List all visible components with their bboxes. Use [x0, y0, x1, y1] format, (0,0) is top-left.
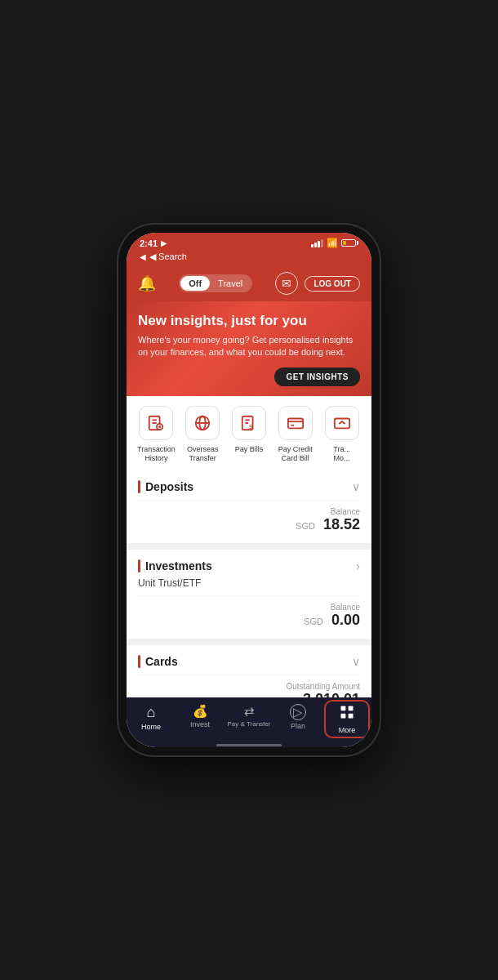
banner-subtitle: Where's your money going? Get personalis… — [138, 334, 360, 359]
banner-title: New insights, just for you — [138, 313, 360, 329]
nav-home[interactable]: ⌂ Home — [127, 702, 176, 736]
transaction-history-label: TransactionHistory — [137, 445, 176, 464]
investments-title-group: Investments — [138, 559, 212, 572]
insights-banner: New insights, just for you Where's your … — [127, 301, 371, 396]
invest-label: Invest — [190, 720, 210, 728]
plan-icon: ▷ — [290, 704, 306, 720]
deposits-section: Deposits ∨ Balance SGD 18.52 — [127, 470, 371, 543]
header-actions: ✉ LOG OUT — [275, 272, 360, 295]
cards-amount: 3,010.01 — [303, 691, 360, 697]
pay-transfer-label: Pay & Transfer — [228, 720, 271, 728]
overseas-transfer-label: OverseasTransfer — [187, 445, 219, 464]
header: 🔔 Off Travel ✉ LOG OUT — [127, 267, 371, 301]
svg-text:$: $ — [249, 423, 252, 430]
location-arrow-icon: ▶ — [161, 239, 167, 247]
investments-currency: SGD — [304, 617, 323, 626]
action-transaction-history[interactable]: TransactionHistory — [133, 406, 180, 464]
deposits-balance: Balance SGD 18.52 — [138, 500, 360, 533]
cards-title-group: Cards — [138, 655, 178, 668]
transaction-history-icon — [139, 406, 173, 440]
action-pay-bills[interactable]: $ Pay Bills — [226, 406, 273, 464]
action-overseas-transfer[interactable]: OverseasTransfer — [180, 406, 226, 464]
travel-toggle[interactable]: Off Travel — [179, 274, 252, 292]
status-bar: 2:41 ▶ 📶 — [127, 233, 371, 250]
bottom-navigation: ⌂ Home 💰 Invest ⇄ Pay & Transfer ▷ Plan — [127, 697, 371, 744]
cards-header: Cards ∨ — [138, 655, 360, 668]
overseas-transfer-icon — [185, 406, 220, 440]
cards-balance-value: SGD 3,010.01 — [138, 691, 360, 697]
main-content: Deposits ∨ Balance SGD 18.52 — [127, 470, 371, 697]
message-icon: ✉ — [282, 277, 291, 290]
get-insights-button[interactable]: GET INSIGHTS — [274, 368, 360, 386]
cards-red-bar — [138, 655, 140, 668]
home-line — [216, 744, 282, 746]
deposits-header: Deposits ∨ — [138, 480, 360, 493]
deposits-title: Deposits — [145, 480, 193, 493]
pay-bills-icon: $ — [232, 406, 266, 440]
pay-transfer-icon: ⇄ — [244, 704, 255, 719]
investments-balance-label: Balance — [138, 603, 360, 612]
toggle-travel-option[interactable]: Travel — [210, 276, 251, 291]
bell-icon[interactable]: 🔔 — [138, 274, 156, 292]
back-chevron-icon: ◀ — [140, 252, 146, 261]
investments-amount: 0.00 — [331, 612, 360, 628]
deposits-red-bar — [138, 480, 140, 493]
svg-rect-16 — [334, 418, 349, 428]
home-indicator — [127, 744, 371, 747]
svg-rect-18 — [349, 706, 353, 711]
more-icon — [339, 704, 355, 724]
logout-button[interactable]: LOG OUT — [305, 276, 360, 292]
toggle-off-option[interactable]: Off — [180, 276, 210, 291]
deposits-title-group: Deposits — [138, 480, 193, 493]
nav-more[interactable]: More — [322, 702, 371, 736]
nav-pay-transfer[interactable]: ⇄ Pay & Transfer — [225, 702, 273, 736]
deposits-chevron-icon[interactable]: ∨ — [352, 480, 360, 493]
cards-outstanding-label: Outstanding Amount — [138, 682, 360, 691]
deposits-currency: SGD — [296, 521, 315, 531]
phone-frame: 2:41 ▶ 📶 ◀ ◀ Search — [118, 225, 380, 755]
battery-icon — [341, 239, 358, 247]
investments-header: Investments › — [138, 559, 360, 572]
pay-credit-card-label: Pay CreditCard Bill — [278, 445, 313, 464]
svg-rect-13 — [288, 418, 303, 428]
investments-title: Investments — [145, 559, 212, 572]
status-time: 2:41 — [140, 238, 158, 248]
transfer-more-icon — [325, 406, 359, 440]
invest-icon: 💰 — [193, 704, 208, 719]
home-icon: ⌂ — [147, 704, 156, 721]
svg-rect-19 — [341, 714, 346, 719]
message-button[interactable]: ✉ — [275, 272, 298, 295]
home-label: Home — [141, 723, 161, 731]
cards-chevron-icon[interactable]: ∨ — [352, 655, 360, 668]
cards-section: Cards ∨ Outstanding Amount SGD 3,010.01 — [127, 645, 371, 697]
quick-actions-bar: TransactionHistory OverseasTransfer — [127, 396, 371, 470]
svg-rect-17 — [341, 706, 346, 711]
cards-balance: Outstanding Amount SGD 3,010.01 — [138, 675, 360, 697]
unit-trust-etf-item: Unit Trust/ETF — [138, 577, 360, 589]
action-transfer-more[interactable]: Tra...Mo... — [318, 406, 365, 464]
cards-title: Cards — [145, 655, 178, 668]
more-label: More — [339, 726, 356, 734]
pay-credit-card-icon — [278, 406, 313, 440]
search-bar[interactable]: ◀ ◀ Search — [127, 250, 371, 267]
phone-screen: 2:41 ▶ 📶 ◀ ◀ Search — [127, 233, 371, 747]
investments-balance-value: SGD 0.00 — [138, 612, 360, 629]
action-pay-credit-card[interactable]: Pay CreditCard Bill — [272, 406, 318, 464]
search-label: ◀ Search — [149, 252, 187, 262]
nav-plan[interactable]: ▷ Plan — [273, 702, 322, 736]
plan-label: Plan — [291, 722, 305, 730]
wifi-icon: 📶 — [327, 238, 338, 248]
svg-rect-20 — [349, 714, 353, 719]
transfer-more-label: Tra...Mo... — [333, 445, 350, 464]
investments-balance: Balance SGD 0.00 — [138, 595, 360, 629]
investments-red-bar — [138, 559, 140, 572]
investments-section: Investments › Unit Trust/ETF Balance SGD… — [127, 550, 371, 639]
deposits-amount: 18.52 — [323, 516, 360, 532]
deposits-balance-value: SGD 18.52 — [138, 516, 360, 533]
pay-bills-label: Pay Bills — [235, 445, 264, 455]
nav-invest[interactable]: 💰 Invest — [176, 702, 225, 736]
status-indicators: 📶 — [311, 238, 358, 248]
signal-icon — [311, 239, 323, 247]
investments-chevron-icon[interactable]: › — [356, 559, 360, 572]
deposits-balance-label: Balance — [138, 507, 360, 516]
